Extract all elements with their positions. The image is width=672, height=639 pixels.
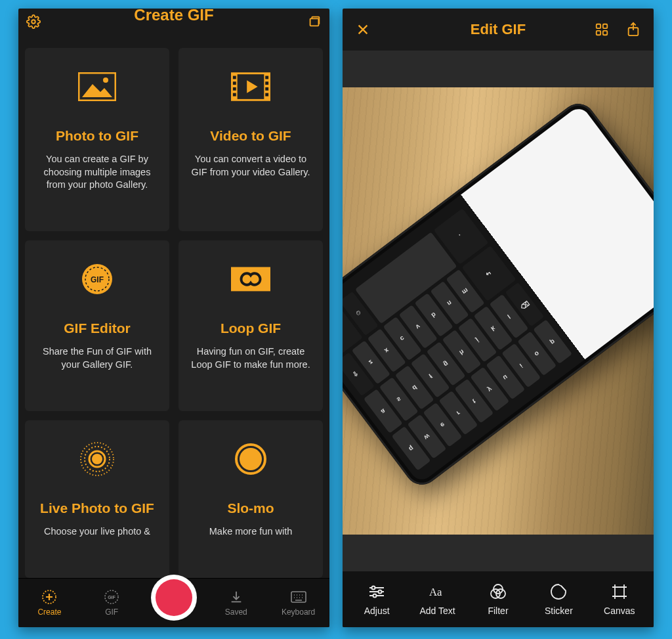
share-icon[interactable]	[625, 21, 642, 38]
layers-icon[interactable]	[307, 14, 322, 29]
download-icon	[228, 589, 244, 605]
gif-badge-icon: GIF	[77, 264, 117, 294]
adjust-icon	[368, 583, 385, 600]
card-live-photo-to-gif[interactable]: Live Photo to GIF Choose your live photo…	[25, 420, 169, 578]
svg-rect-9	[233, 81, 236, 85]
svg-rect-31	[597, 24, 600, 28]
svg-point-25	[240, 448, 262, 470]
photo-icon	[77, 72, 117, 102]
header: Create GIF	[18, 9, 329, 35]
card-title: Video to GIF	[210, 128, 291, 144]
card-loop-gif[interactable]: Loop GIF Having fun on GIF, create Loop …	[178, 240, 323, 411]
sticker-icon	[550, 583, 567, 600]
tool-label: Adjust	[364, 606, 390, 616]
card-title: Loop GIF	[220, 320, 281, 336]
svg-rect-33	[597, 31, 600, 35]
tool-sticker[interactable]: Sticker	[528, 583, 589, 616]
tab-keyboard[interactable]: Keyboard	[267, 589, 329, 617]
tab-label: Create	[37, 607, 61, 617]
svg-marker-16	[247, 80, 257, 93]
svg-point-38	[373, 594, 377, 597]
top-strip	[343, 51, 654, 87]
slomo-icon	[231, 444, 270, 474]
tab-create[interactable]: Create	[18, 589, 81, 617]
card-gif-editor[interactable]: GIF GIF Editor Share the Fun of GIF with…	[25, 240, 169, 411]
bottom-strip	[343, 535, 654, 571]
video-icon	[231, 72, 270, 102]
svg-rect-34	[603, 31, 607, 35]
tab-label: GIF	[105, 607, 118, 617]
text-icon: Aa	[429, 583, 446, 600]
svg-rect-12	[265, 76, 268, 79]
svg-text:GIF: GIF	[108, 595, 116, 600]
svg-rect-1	[310, 18, 319, 26]
card-desc: Make more fun with	[209, 525, 293, 539]
settings-icon[interactable]	[26, 14, 41, 29]
tool-add-text[interactable]: Aa Add Text	[407, 583, 467, 616]
svg-rect-13	[265, 81, 268, 85]
card-title: Slo-mo	[227, 500, 274, 516]
svg-marker-3	[82, 84, 112, 97]
gif-icon: GIF	[104, 589, 119, 605]
svg-rect-10	[233, 87, 236, 91]
svg-text:GIF: GIF	[91, 275, 104, 284]
svg-rect-11	[233, 93, 236, 97]
header: Edit GIF	[343, 9, 654, 51]
edit-toolbar: Adjust Aa Add Text Filter Sticker	[343, 571, 654, 627]
svg-point-21	[92, 454, 102, 464]
card-slo-mo[interactable]: Slo-mo Make more fun with	[178, 420, 323, 578]
svg-point-37	[379, 590, 382, 593]
tab-gif[interactable]: GIF GIF	[81, 589, 143, 617]
svg-text:Aa: Aa	[429, 586, 442, 598]
tool-adjust[interactable]: Adjust	[346, 583, 407, 616]
svg-rect-8	[233, 76, 236, 79]
record-button[interactable]	[151, 575, 197, 621]
keyboard-icon	[291, 589, 306, 605]
loop-icon	[231, 264, 270, 294]
canvas-icon	[611, 583, 628, 600]
tab-label: Keyboard	[282, 607, 315, 617]
svg-rect-32	[603, 24, 607, 28]
grid-icon[interactable]	[593, 21, 610, 38]
close-icon[interactable]	[354, 21, 371, 38]
svg-rect-14	[265, 87, 268, 91]
tab-saved[interactable]: Saved	[205, 589, 267, 617]
svg-rect-15	[265, 93, 268, 97]
gif-preview[interactable]: qwertyuiop asdfghjkl⌫ ⇧zxcvbnm↵ 123☺ .	[343, 87, 654, 535]
svg-point-36	[372, 586, 375, 589]
card-desc: Choose your live photo &	[44, 525, 150, 539]
create-icon	[41, 589, 57, 605]
edit-gif-screen: Edit GIF qwertyuiop asdfghjkl⌫	[343, 9, 654, 627]
card-photo-to-gif[interactable]: Photo to GIF You can create a GIF by cho…	[25, 48, 169, 231]
tool-label: Filter	[488, 606, 508, 616]
live-photo-icon	[77, 444, 117, 474]
tool-label: Add Text	[419, 606, 455, 616]
tool-label: Canvas	[604, 606, 635, 616]
card-title: Photo to GIF	[56, 128, 138, 144]
bottom-tabbar: Create GIF GIF . Saved Keyboard	[18, 578, 329, 627]
option-grid: Photo to GIF You can create a GIF by cho…	[18, 35, 329, 578]
svg-point-0	[32, 20, 35, 24]
filter-icon	[490, 583, 507, 600]
tool-label: Sticker	[545, 606, 573, 616]
card-title: Live Photo to GIF	[40, 500, 154, 516]
svg-rect-20	[231, 267, 270, 292]
card-title: GIF Editor	[64, 320, 131, 336]
tab-label: Saved	[225, 607, 247, 617]
card-desc: You can create a GIF by choosing multipl…	[37, 153, 158, 192]
svg-point-4	[103, 77, 108, 83]
tool-filter[interactable]: Filter	[468, 583, 528, 616]
card-video-to-gif[interactable]: Video to GIF You can convert a video to …	[178, 48, 323, 231]
card-desc: Having fun on GIF, create Loop GIF to ma…	[190, 345, 311, 371]
tool-canvas[interactable]: Canvas	[589, 583, 650, 616]
card-desc: You can convert a video to GIF from your…	[190, 153, 311, 179]
card-desc: Share the Fun of GIF with your Gallery G…	[37, 345, 158, 371]
create-gif-screen: Create GIF Photo to GIF You can create a…	[18, 9, 329, 627]
page-title: Create GIF	[18, 9, 329, 24]
